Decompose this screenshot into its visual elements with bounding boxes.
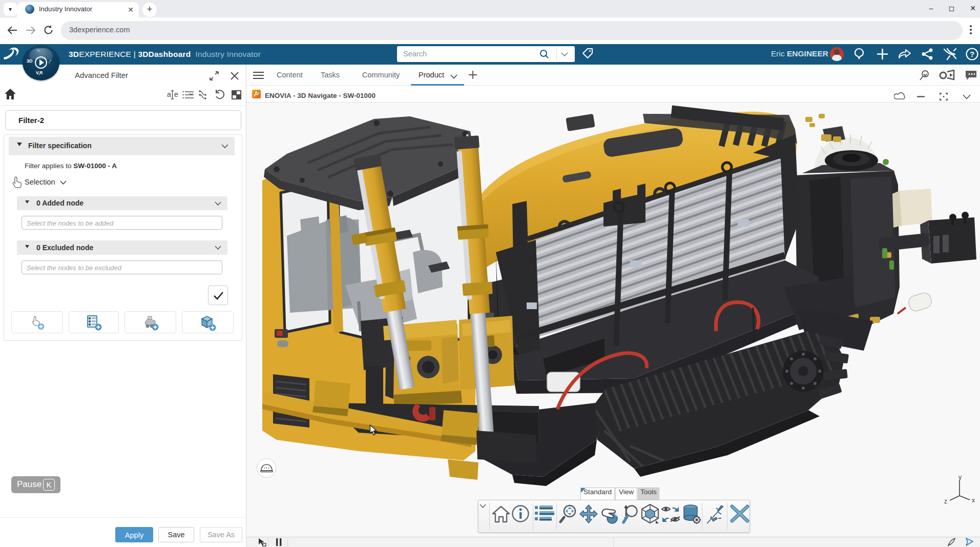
svg-text:a: a [167, 90, 171, 98]
svg-text:z: z [944, 498, 947, 505]
svg-text:e: e [174, 90, 178, 98]
svg-text:y: y [958, 474, 962, 481]
svg-text:?: ? [970, 50, 974, 58]
svg-text:x: x [972, 497, 975, 504]
